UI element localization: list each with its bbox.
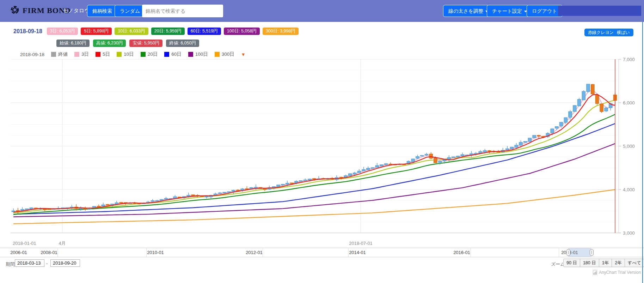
scroller-left-handle[interactable] — [566, 249, 570, 256]
candle-up[interactable] — [411, 159, 415, 162]
candle-up[interactable] — [232, 190, 235, 191]
candle-up[interactable] — [30, 208, 33, 209]
candle-up[interactable] — [461, 155, 464, 156]
candle-down[interactable] — [313, 179, 316, 179]
candle-up[interactable] — [515, 145, 518, 147]
flat-button[interactable]: 横ばい — [613, 29, 633, 36]
candle-up[interactable] — [523, 142, 527, 143]
candle-down[interactable] — [290, 183, 294, 183]
candle-down[interactable] — [600, 104, 603, 112]
candle-up[interactable] — [102, 205, 105, 206]
zoom-range-button-3[interactable]: 2年 — [612, 259, 625, 267]
brand[interactable]: FIRM BOND — [10, 5, 71, 16]
candle-up[interactable] — [308, 179, 312, 180]
candle-up[interactable] — [551, 129, 554, 133]
zoom-range-button-4[interactable]: すべて — [625, 259, 644, 267]
zoom-range-button-0[interactable]: 90 日 — [563, 259, 580, 267]
candle-up[interactable] — [281, 184, 285, 185]
zoom-range-button-1[interactable]: 180 日 — [580, 259, 599, 267]
candle-up[interactable] — [299, 181, 302, 181]
legend-item-6[interactable]: 100日 — [188, 51, 208, 58]
legend-item-5[interactable]: 60日 — [164, 51, 182, 58]
candle-up[interactable] — [21, 209, 24, 210]
candle-up[interactable] — [438, 161, 442, 163]
candle-up[interactable] — [510, 147, 514, 149]
random-button[interactable]: ランダム — [115, 5, 145, 17]
candle-up[interactable] — [371, 168, 374, 168]
logout-button[interactable]: ログアウト — [527, 5, 563, 17]
candle-up[interactable] — [25, 209, 29, 210]
candle-up[interactable] — [164, 198, 168, 199]
candle-up[interactable] — [416, 156, 419, 158]
candle-up[interactable] — [505, 149, 509, 150]
stock-search-input[interactable] — [142, 5, 223, 17]
time-scroller[interactable]: 2006-012008-012010-012012-012014-012016-… — [0, 248, 644, 257]
candle-up[interactable] — [559, 122, 563, 126]
candle-up[interactable] — [155, 200, 159, 201]
candle-up[interactable] — [447, 157, 451, 159]
candle-down[interactable] — [106, 204, 110, 205]
candle-up[interactable] — [569, 112, 572, 118]
period-to-input[interactable] — [50, 259, 80, 267]
legend-item-1[interactable]: 3日 — [74, 51, 89, 58]
candle-up[interactable] — [367, 168, 370, 170]
candle-down[interactable] — [537, 135, 541, 136]
candle-down[interactable] — [43, 209, 47, 210]
candle-up[interactable] — [303, 180, 307, 181]
candle-up[interactable] — [533, 135, 536, 138]
candle-down[interactable] — [236, 190, 240, 191]
candle-up[interactable] — [286, 183, 289, 184]
candle-down[interactable] — [97, 206, 100, 207]
candle-down[interactable] — [191, 195, 195, 195]
candle-up[interactable] — [349, 174, 352, 176]
candle-up[interactable] — [483, 151, 487, 152]
candle-up[interactable] — [218, 193, 222, 193]
candle-up[interactable] — [582, 91, 585, 100]
candle-up[interactable] — [385, 164, 388, 165]
candle-up[interactable] — [528, 138, 532, 142]
candle-up[interactable] — [254, 187, 258, 188]
candle-up[interactable] — [375, 165, 379, 167]
candle-down[interactable] — [595, 95, 599, 103]
anychart-watermark[interactable]: AnyChart Trial Version — [593, 270, 641, 275]
candle-up[interactable] — [555, 127, 559, 128]
period-from-input[interactable] — [15, 259, 44, 267]
legend-item-0[interactable]: 終値 — [51, 51, 68, 58]
legend-item-7[interactable]: 300日 — [215, 51, 234, 58]
line-width-dropdown[interactable]: 線の太さを調整 — [443, 5, 493, 17]
red-green-crayon-button[interactable]: 赤緑クレヨン — [584, 29, 617, 36]
price-chart[interactable]: 3,0004,0005,0006,0007,0002018-01-014月201… — [0, 0, 644, 247]
candle-up[interactable] — [425, 154, 428, 155]
candle-up[interactable] — [577, 100, 581, 106]
candle-up[interactable] — [227, 192, 231, 192]
candle-up[interactable] — [205, 196, 208, 197]
candle-down[interactable] — [591, 84, 595, 94]
candle-up[interactable] — [519, 142, 523, 145]
candle-down[interactable] — [434, 158, 437, 163]
candle-up[interactable] — [362, 169, 366, 171]
candle-up[interactable] — [223, 192, 226, 193]
zoom-range-button-2[interactable]: 1年 — [599, 259, 612, 267]
candle-up[interactable] — [452, 157, 455, 157]
candle-up[interactable] — [420, 155, 424, 156]
candle-up[interactable] — [605, 108, 608, 111]
candle-up[interactable] — [380, 165, 384, 166]
candle-up[interactable] — [357, 171, 361, 173]
candle-down[interactable] — [488, 151, 491, 151]
candle-up[interactable] — [564, 118, 568, 122]
chart-settings-dropdown[interactable]: チャート設定 — [487, 5, 532, 17]
candle-down[interactable] — [119, 202, 123, 203]
legend-item-3[interactable]: 10日 — [117, 51, 134, 58]
candle-up[interactable] — [456, 156, 460, 157]
candle-down[interactable] — [263, 189, 267, 189]
candle-up[interactable] — [277, 185, 280, 187]
legend-item-4[interactable]: 20日 — [141, 51, 158, 58]
scroller-selected-range[interactable] — [568, 248, 591, 257]
candle-up[interactable] — [353, 173, 356, 174]
candle-up[interactable] — [151, 200, 154, 201]
scroller-right-handle[interactable] — [590, 249, 594, 256]
stock-search-button[interactable]: 銘柄検索 — [87, 5, 117, 17]
candle-down[interactable] — [429, 154, 433, 158]
legend-item-2[interactable]: 5日 — [96, 51, 110, 58]
candle-up[interactable] — [573, 106, 577, 112]
